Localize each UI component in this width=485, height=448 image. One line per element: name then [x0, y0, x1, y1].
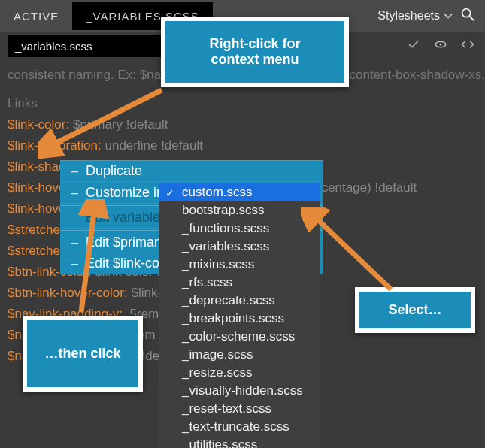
check-icon: ✓: [165, 185, 174, 201]
ctx-label: Customize in: [86, 185, 164, 201]
submenu-item[interactable]: _deprecate.scss: [159, 292, 320, 310]
submenu-item-label: _variables.scss: [182, 239, 269, 253]
search-icon[interactable]: [459, 6, 476, 26]
submenu-item[interactable]: _breakpoints.scss: [159, 310, 320, 328]
submenu-item-label: custom.scss: [182, 185, 253, 199]
submenu-item[interactable]: _text-truncate.scss: [159, 418, 320, 436]
tab-active[interactable]: ACTIVE: [0, 2, 72, 30]
stylesheets-label: Stylesheets: [377, 9, 440, 23]
submenu-item[interactable]: _reset-text.scss: [159, 400, 320, 418]
code-icon[interactable]: [461, 38, 474, 54]
svg-line-1: [470, 17, 474, 21]
ctx-label: Duplicate: [86, 163, 142, 179]
submenu-item[interactable]: bootstrap.scss: [159, 201, 320, 219]
submenu-item-label: _rfs.scss: [182, 275, 232, 289]
submenu-item-label: bootstrap.scss: [182, 203, 265, 217]
code-var: $link-color:: [8, 117, 69, 132]
submenu: ✓custom.scssbootstrap.scss_functions.scs…: [159, 183, 320, 448]
submenu-item-label: _deprecate.scss: [182, 293, 275, 307]
submenu-item[interactable]: _rfs.scss: [159, 274, 320, 292]
submenu-item[interactable]: _mixins.scss: [159, 256, 320, 274]
submenu-item-label: _mixins.scss: [182, 257, 254, 271]
code-val: underline !default: [105, 138, 202, 153]
submenu-item[interactable]: _functions.scss: [159, 219, 320, 238]
submenu-item[interactable]: _color-scheme.scss: [159, 328, 320, 346]
submenu-item-label: _color-scheme.scss: [182, 329, 295, 344]
callout-select: Select…: [355, 287, 475, 333]
svg-point-0: [462, 9, 471, 17]
submenu-item-label: _resize.scss: [182, 365, 253, 380]
submenu-item-label: _text-truncate.scss: [182, 419, 289, 434]
callout-then-click: …then click: [23, 316, 143, 392]
submenu-item[interactable]: _resize.scss: [159, 364, 320, 382]
submenu-item-label: _utilities.scss: [182, 437, 257, 448]
code-var: $link-decoration:: [8, 138, 102, 153]
submenu-item-label: _reset-text.scss: [182, 401, 271, 416]
submenu-item-label: _visually-hidden.scss: [182, 383, 303, 398]
checkmark-icon[interactable]: [407, 38, 420, 54]
ctx-label: Edit $primary: [86, 235, 165, 250]
eye-icon[interactable]: [434, 38, 447, 54]
chevron-down-icon: [443, 11, 453, 21]
stylesheets-dropdown[interactable]: Stylesheets: [377, 9, 453, 23]
code-section: Links: [8, 93, 477, 114]
submenu-item[interactable]: _variables.scss: [159, 238, 320, 256]
submenu-item[interactable]: _visually-hidden.scss: [159, 382, 320, 400]
submenu-item-label: _image.scss: [182, 347, 253, 362]
submenu-item-label: _breakpoints.scss: [182, 311, 284, 325]
code-var: $btn-link-hover-color:: [8, 286, 128, 300]
svg-point-3: [440, 44, 442, 46]
callout-rightclick: Right-click for context menu: [161, 17, 349, 87]
code-val: $primary !default: [73, 117, 168, 132]
submenu-item[interactable]: _image.scss: [159, 346, 320, 364]
submenu-item-label: _functions.scss: [182, 221, 269, 235]
ctx-duplicate[interactable]: –Duplicate: [60, 161, 323, 182]
submenu-item[interactable]: ✓custom.scss: [159, 183, 320, 201]
submenu-item[interactable]: _utilities.scss: [159, 436, 320, 448]
